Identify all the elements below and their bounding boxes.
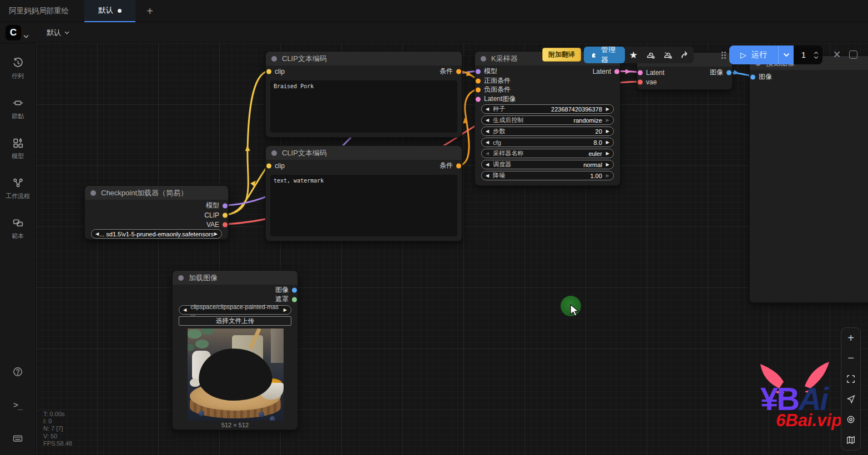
toggle-links-button[interactable] [842,411,859,428]
widget-label: cfg [493,139,501,146]
output-slot-vae[interactable] [223,222,228,227]
widget-sampler-name[interactable]: ◀ 采样器名称 euler ▶ [481,149,614,158]
widget-control-after-generate[interactable]: ◀ 生成后控制 randomize ▶ [481,115,614,125]
increment-icon[interactable]: ▶ [606,174,609,178]
collapse-dot[interactable] [90,190,96,196]
share-button[interactable] [677,47,694,63]
widget-cfg[interactable]: ◀ cfg 8.0 ▶ [481,138,614,147]
collapse-dot[interactable] [178,275,184,281]
decrement-icon[interactable]: ◀ [486,174,489,178]
input-slot-latent-image[interactable] [476,97,481,102]
collapse-dot[interactable] [271,56,277,62]
toolbar-drag-handle[interactable] [721,52,723,53]
node-checkpoint-loader[interactable]: Checkpoint加载器（简易） 模型 CLIP VAE ◀ ... sd1.… [84,185,229,240]
input-slot-clip[interactable] [266,163,271,168]
widget-steps[interactable]: ◀ 步数 20 ▶ [481,127,614,136]
output-slot-conditioning[interactable] [456,69,461,74]
sidebar-item-nodes[interactable]: 節點 [0,89,36,129]
close-button[interactable]: × [829,47,845,62]
zoom-in-button[interactable]: + [842,330,859,346]
output-slot-conditioning[interactable] [456,163,461,168]
batch-count-stepper[interactable] [814,52,822,59]
output-slot-image[interactable] [292,287,297,292]
manager-button[interactable]: 管理器 [584,47,625,63]
loaded-image-preview[interactable] [188,328,284,421]
run-options-dropdown[interactable] [778,46,794,64]
node-load-image[interactable]: 加载图像 图像 遮罩 ◀ clipspace/clipspace-painted… [172,270,298,430]
combo-next-icon[interactable]: ▶ [284,308,287,312]
vacuum-clean-button-1[interactable] [642,47,659,63]
new-tab-button[interactable]: + [141,0,159,22]
select-mode-button[interactable] [842,391,859,407]
combo-prev-icon[interactable]: ◀ [95,232,99,236]
collapse-dot[interactable] [481,56,486,62]
prompt-textarea[interactable]: text, watermark [270,175,457,236]
shortcuts-button[interactable] [0,422,36,455]
comfyui-logo[interactable]: C [6,25,21,41]
minimap-button[interactable] [842,432,859,448]
widget-scheduler[interactable]: ◀ 调度器 normal ▶ [481,160,614,169]
input-slot-image[interactable] [750,74,755,79]
terminal-button[interactable]: >_ [0,388,36,422]
decrement-icon[interactable]: ◀ [486,140,489,145]
run-button[interactable]: ▷ 运行 [729,46,778,64]
increment-icon[interactable]: ▶ [606,129,609,134]
node-preview-image[interactable]: 预览图像 图像 [749,55,868,303]
collapse-dot[interactable] [271,150,277,156]
ckpt-name-combo[interactable]: ◀ ... sd1.5\v1-5-pruned-emaonly.safetens… [91,229,222,239]
logo-chevron-down-icon[interactable] [23,31,29,41]
decrement-icon[interactable]: ◀ [486,129,489,134]
image-size-label: 512 × 512 [173,422,297,428]
sidebar-item-workflows[interactable]: 工作流程 [0,169,36,209]
output-slot-clip[interactable] [223,213,228,218]
prompt-textarea[interactable]: Braised Pork [270,80,457,133]
translate-button[interactable]: 附加翻译 [542,48,581,62]
input-slot-model[interactable] [476,69,481,74]
slot-label: 负面条件 [484,85,511,94]
wire-arrow [625,69,631,74]
input-slot-positive[interactable] [476,78,481,83]
help-button[interactable] [0,355,36,388]
main-toolbar: C 默认 附加翻译 管理器 ★ [0,22,868,43]
decrement-icon[interactable]: ◀ [486,151,489,156]
node-clip-text-encode-negative[interactable]: CLIP文本编码 clip 条件 text, watermark [265,145,462,241]
node-clip-text-encode-positive[interactable]: CLIP文本编码 clip 条件 Braised Pork [265,51,462,138]
favorites-star-button[interactable]: ★ [625,47,642,63]
output-slot-image[interactable] [726,70,731,75]
sidebar-item-models[interactable]: 模型 [0,129,36,169]
node-ksampler[interactable]: K采样器 模型 正面条件 负面条件 Latent图像 Latent ◀ 种子 2… [475,51,620,186]
zoom-out-button[interactable]: − [842,350,859,367]
tab-default[interactable]: 默认 [84,0,135,22]
graph-canvas[interactable]: CLIP文本编码 clip 条件 Braised Pork CLIP文本编码 c… [36,43,868,455]
input-slot-negative[interactable] [476,87,481,92]
fit-view-button[interactable] [842,371,859,387]
workflow-menu-dropdown[interactable]: 默认 [47,22,69,43]
input-slot-vae[interactable] [638,79,643,84]
input-slot-latent[interactable] [638,70,643,75]
increment-icon[interactable]: ▶ [606,140,609,145]
output-slot-mask[interactable] [292,297,297,302]
input-slot-clip[interactable] [266,69,271,74]
increment-icon[interactable]: ▶ [606,151,609,156]
workflow-name[interactable]: 阿里妈妈局部重绘 [9,0,69,22]
output-slot-latent[interactable] [614,69,619,74]
combo-prev-icon[interactable]: ◀ [183,308,186,312]
decrement-icon[interactable]: ◀ [486,107,489,112]
panel-toggle-button[interactable] [849,50,857,59]
image-file-combo[interactable]: ◀ clipspace/clipspace-painted-mas ... ▶ [179,305,291,315]
decrement-icon[interactable]: ◀ [486,163,489,167]
stat-node-count: N: 7 [7] [43,425,72,432]
sidebar-item-templates[interactable]: 範本 [0,209,36,249]
increment-icon[interactable]: ▶ [606,118,609,123]
upload-file-button[interactable]: 选择文件上传 [179,316,291,326]
increment-icon[interactable]: ▶ [606,107,609,112]
increment-icon[interactable]: ▶ [606,163,609,167]
widget-denoise[interactable]: ◀ 降噪 1.00 ▶ [481,171,614,180]
batch-count-field[interactable]: 1 [794,46,822,64]
sidebar-item-queue[interactable]: 佇列 [0,49,36,89]
widget-seed[interactable]: ◀ 种子 223687420396378 ▶ [481,104,614,114]
vacuum-clean-button-2[interactable] [659,47,677,63]
combo-next-icon[interactable]: ▶ [214,232,218,236]
output-slot-model[interactable] [223,203,228,208]
decrement-icon[interactable]: ◀ [486,118,489,123]
